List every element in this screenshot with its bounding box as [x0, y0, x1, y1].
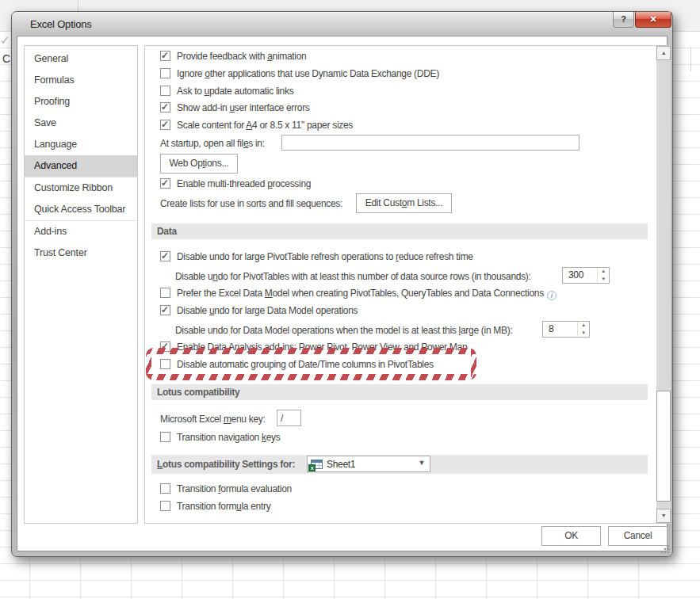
sidebar-item-customize-ribbon[interactable]: Customize Ribbon — [25, 177, 137, 199]
dropdown-value: Sheet1 — [327, 459, 355, 470]
data-section-header: Data — [151, 223, 648, 239]
checkbox-ask-update-links[interactable]: Ask to update automatic links — [160, 85, 293, 99]
undo-pivot-rows-label: Disable undo for PivotTables with at lea… — [175, 270, 531, 284]
checkbox-label: Disable automatic grouping of Date/Time … — [177, 359, 434, 370]
checkbox-disable-datetime-grouping[interactable]: Disable automatic grouping of Date/Time … — [160, 358, 434, 372]
checkbox-label: Ask to update automatic links — [177, 86, 293, 97]
cell-text: C — [2, 52, 10, 65]
checkbox-transition-formula-entry[interactable]: Transition formula entry — [160, 500, 270, 514]
sidebar-item-language[interactable]: Language — [25, 134, 137, 155]
checkbox-label: Disable undo for large Data Model operat… — [177, 305, 358, 316]
edit-custom-lists-button[interactable]: Edit Custom Lists... — [356, 193, 452, 213]
spin-up-icon[interactable]: ▲ — [598, 268, 609, 276]
spinner-value[interactable]: 300 — [563, 268, 597, 283]
spin-down-icon[interactable]: ▼ — [578, 330, 589, 338]
checkbox-icon[interactable] — [160, 288, 170, 298]
vertical-scrollbar[interactable]: ▲ ▼ — [656, 46, 671, 523]
checkbox-label: Enable multi-threaded processing — [177, 178, 311, 189]
startup-open-files-label: At startup, open all files in: — [160, 138, 265, 149]
dialog-titlebar[interactable]: Excel Options — [12, 12, 672, 36]
checkbox-label: Show add-in user interface errors — [177, 102, 310, 113]
checkbox-label: Enable Data Analysis add-ins: Power Pivo… — [177, 341, 467, 353]
sidebar-item-formulas[interactable]: Formulas — [25, 70, 137, 91]
sidebar-item-advanced[interactable]: Advanced — [25, 155, 137, 177]
sidebar-item-add-ins[interactable]: Add-ins — [25, 221, 137, 242]
pivot-rows-spinner[interactable]: 300 ▲▼ — [562, 267, 610, 284]
spinner-buttons: ▲▼ — [577, 322, 589, 337]
startup-open-files-row: At startup, open all files in: — [160, 137, 265, 151]
spinner-value[interactable]: 8 — [543, 322, 577, 337]
info-icon[interactable]: i — [547, 291, 557, 300]
checkbox-icon[interactable] — [160, 483, 170, 494]
checkbox-scale-content[interactable]: Scale content for A4 or 8.5 x 11" paper … — [160, 119, 353, 133]
startup-open-files-input[interactable] — [281, 135, 580, 151]
cancel-button[interactable]: Cancel — [608, 526, 667, 546]
checkbox-label: Disable undo for large PivotTable refres… — [177, 251, 473, 262]
checkbox-icon[interactable] — [160, 120, 170, 130]
chevron-down-icon[interactable]: ▼ — [418, 459, 425, 467]
options-nav-pane: General Formulas Proofing Save Language … — [24, 45, 138, 524]
checkbox-disable-undo-data-model[interactable]: Disable undo for large Data Model operat… — [160, 304, 358, 319]
advanced-options-panel: Provide feedback with animation Ignore o… — [144, 45, 671, 524]
scrollbar-thumb[interactable] — [656, 391, 671, 502]
checkbox-addin-ui-errors[interactable]: Show add-in user interface errors — [160, 101, 310, 116]
checkbox-icon[interactable] — [160, 432, 170, 442]
help-button[interactable]: ? — [613, 12, 634, 28]
sidebar-item-save[interactable]: Save — [25, 113, 137, 134]
checkbox-multithreaded[interactable]: Enable multi-threaded processing — [160, 177, 311, 192]
highlight-edge — [146, 374, 476, 380]
checkbox-label: Provide feedback with animation — [177, 51, 306, 62]
menu-key-input[interactable] — [277, 410, 301, 426]
checkbox-disable-undo-pivottable[interactable]: Disable undo for large PivotTable refres… — [160, 250, 473, 265]
checkbox-label: Prefer the Excel Data Model when creatin… — [177, 288, 544, 299]
excel-options-dialog: Excel Options ? ✕ General Formulas Proof… — [11, 11, 673, 557]
checkbox-data-analysis-addins[interactable]: Enable Data Analysis add-ins: Power Pivo… — [160, 341, 467, 355]
checkbox-prefer-data-model[interactable]: Prefer the Excel Data Model when creatin… — [160, 287, 557, 301]
sidebar-item-quick-access-toolbar[interactable]: Quick Access Toolbar — [25, 199, 137, 220]
highlight-edge — [471, 348, 476, 380]
dialog-client-area: General Formulas Proofing Save Language … — [17, 36, 667, 551]
spin-up-icon[interactable]: ▲ — [578, 322, 589, 330]
checkbox-icon[interactable] — [160, 68, 170, 78]
sidebar-item-general[interactable]: General — [25, 48, 137, 70]
checkbox-provide-feedback[interactable]: Provide feedback with animation — [160, 50, 306, 64]
sidebar-item-trust-center[interactable]: Trust Center — [25, 242, 137, 264]
checkbox-icon[interactable] — [160, 178, 170, 189]
sidebar-item-proofing[interactable]: Proofing — [25, 91, 137, 113]
worksheet-divider — [690, 48, 691, 71]
checkbox-icon[interactable] — [160, 305, 170, 315]
undo-model-size-label: Disable undo for Data Model operations w… — [175, 324, 512, 338]
checkbox-icon[interactable] — [160, 86, 170, 96]
menu-key-label: Microsoft Excel menu key: — [160, 413, 266, 427]
sheet-selector-dropdown[interactable]: x Sheet1 ▼ — [307, 456, 430, 472]
worksheet-icon: x — [311, 460, 323, 469]
resize-grip[interactable] — [660, 544, 670, 554]
formula-bar-check-icon: ✓ — [0, 33, 10, 48]
lotus-section-header: Lotus compatibility — [151, 384, 648, 400]
create-lists-label: Create lists for use in sorts and fill s… — [160, 197, 342, 212]
scroll-up-icon[interactable]: ▲ — [656, 46, 671, 60]
checkbox-icon[interactable] — [160, 51, 170, 61]
dialog-title: Excel Options — [30, 18, 92, 30]
spin-down-icon[interactable]: ▼ — [598, 276, 609, 284]
close-icon: ✕ — [649, 14, 656, 24]
spinner-buttons: ▲▼ — [597, 268, 609, 283]
checkbox-label: Ignore other applications that use Dynam… — [177, 68, 439, 79]
ok-button[interactable]: OK — [541, 526, 601, 546]
model-size-spinner[interactable]: 8 ▲▼ — [542, 321, 590, 338]
highlight-edge — [146, 348, 151, 380]
checkbox-icon[interactable] — [160, 359, 170, 369]
scroll-down-icon[interactable]: ▼ — [656, 509, 671, 523]
help-icon: ? — [621, 14, 626, 24]
checkbox-ignore-dde[interactable]: Ignore other applications that use Dynam… — [160, 67, 439, 82]
web-options-button[interactable]: Web Options... — [160, 154, 238, 174]
checkbox-icon[interactable] — [160, 501, 170, 511]
checkbox-label: Transition formula entry — [177, 501, 270, 512]
checkbox-label: Transition formula evaluation — [177, 483, 292, 494]
close-button[interactable]: ✕ — [635, 12, 671, 28]
checkbox-transition-formula-eval[interactable]: Transition formula evaluation — [160, 483, 292, 497]
checkbox-icon[interactable] — [160, 341, 170, 352]
checkbox-transition-nav-keys[interactable]: Transition navigation keys — [160, 431, 281, 445]
checkbox-icon[interactable] — [160, 251, 170, 261]
checkbox-icon[interactable] — [160, 102, 170, 113]
